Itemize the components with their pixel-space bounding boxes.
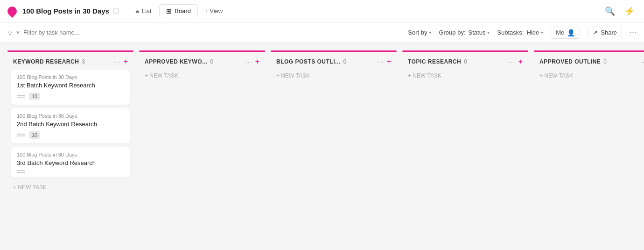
card-breadcrumb: 100 Blog Posts in 30 Days — [17, 74, 124, 80]
column-actions: ···+ — [640, 57, 644, 66]
column-count: 0 — [464, 58, 467, 65]
project-title: 100 Blog Posts in 30 Days — [22, 7, 109, 15]
card-title: 3rd Batch Keyword Research — [17, 159, 124, 166]
card-meta: 10 — [17, 131, 124, 139]
card-meta: 10 — [17, 93, 124, 100]
column-add-task-button[interactable]: + — [255, 57, 259, 66]
column-approved-keywords: APPROVED KEYWO...0···++ NEW TASK — [139, 50, 265, 84]
column-name: APPROVED KEYWO... — [145, 58, 208, 65]
search-button[interactable]: 🔍 — [603, 4, 617, 18]
info-icon[interactable]: ⓘ — [113, 7, 119, 15]
logo-icon — [6, 4, 19, 17]
card-lines-icon — [17, 170, 25, 173]
list-icon: ≡ — [135, 7, 139, 15]
subtasks-option[interactable]: Subtasks: Hide ▾ — [497, 29, 543, 36]
column-count: 0 — [343, 58, 347, 65]
group-by-option[interactable]: Group by: Status ▾ — [439, 29, 490, 36]
column-actions: ···+ — [509, 57, 523, 66]
card-title: 2nd Batch Keyword Research — [17, 121, 124, 128]
column-header-keyword-research: KEYWORD RESEARCH3···+ — [7, 53, 133, 70]
column-menu-button[interactable]: ··· — [640, 58, 644, 65]
add-view-button[interactable]: + View — [199, 5, 228, 17]
column-add-task-button[interactable]: + — [387, 57, 391, 66]
filter-caret: ▾ — [16, 29, 20, 36]
tab-list[interactable]: ≡ List — [128, 4, 158, 18]
new-task-button[interactable]: + NEW TASK — [271, 70, 397, 84]
more-options-button[interactable]: ··· — [630, 28, 637, 37]
column-header-approved-keywords: APPROVED KEYWO...0···+ — [139, 53, 265, 70]
new-task-button[interactable]: + NEW TASK — [402, 70, 528, 84]
column-color-bar — [271, 50, 397, 52]
column-color-bar — [7, 50, 133, 52]
task-card[interactable]: 100 Blog Posts in 30 Days3rd Batch Keywo… — [11, 147, 130, 178]
card-badge: 10 — [29, 93, 40, 100]
filter-input[interactable] — [23, 29, 102, 36]
column-count: 3 — [82, 58, 85, 65]
column-actions: ···+ — [245, 57, 259, 66]
task-card[interactable]: 100 Blog Posts in 30 Days1st Batch Keywo… — [11, 70, 130, 105]
card-lines-icon — [17, 134, 25, 136]
new-task-button[interactable]: + NEW TASK — [139, 70, 265, 84]
sort-by-caret: ▾ — [429, 30, 431, 35]
column-menu-button[interactable]: ··· — [114, 58, 121, 65]
top-bar: 100 Blog Posts in 30 Days ⓘ ≡ List ⊞ Boa… — [0, 0, 644, 22]
new-task-button[interactable]: + NEW TASK — [7, 181, 133, 195]
column-keyword-research: KEYWORD RESEARCH3···+100 Blog Posts in 3… — [7, 50, 133, 195]
task-card[interactable]: 100 Blog Posts in 30 Days2nd Batch Keywo… — [11, 108, 130, 143]
card-badge: 10 — [29, 131, 40, 139]
column-actions: ···+ — [377, 57, 391, 66]
column-name: KEYWORD RESEARCH — [13, 58, 79, 65]
filter-bar-right: Sort by ▾ Group by: Status ▾ Subtasks: H… — [408, 27, 637, 39]
share-icon: ↗ — [593, 29, 598, 36]
column-add-task-button[interactable]: + — [518, 57, 523, 66]
group-by-caret: ▾ — [487, 30, 490, 35]
column-blog-posts-outline: BLOG POSTS OUTLI...0···++ NEW TASK — [271, 50, 397, 84]
me-button[interactable]: Me 👤 — [551, 27, 580, 39]
tab-board[interactable]: ⊞ Board — [159, 4, 198, 18]
avatar-icon: 👤 — [567, 29, 575, 36]
column-actions: ···+ — [114, 57, 128, 66]
bolt-button[interactable]: ⚡ — [623, 4, 637, 18]
column-header-blog-posts-outline: BLOG POSTS OUTLI...0···+ — [271, 53, 397, 70]
card-meta — [17, 170, 124, 173]
card-lines-icon — [17, 95, 25, 98]
column-color-bar — [402, 50, 528, 52]
card-breadcrumb: 100 Blog Posts in 30 Days — [17, 152, 124, 157]
subtasks-caret: ▾ — [541, 30, 543, 35]
column-name: TOPIC RESEARCH — [408, 58, 461, 65]
column-menu-button[interactable]: ··· — [509, 58, 516, 65]
column-name: BLOG POSTS OUTLI... — [276, 58, 341, 65]
share-button[interactable]: ↗ Share — [588, 27, 622, 38]
new-task-button[interactable]: + NEW TASK — [534, 70, 644, 84]
board-icon: ⊞ — [166, 7, 172, 15]
card-title: 1st Batch Keyword Research — [17, 82, 124, 89]
column-menu-button[interactable]: ··· — [377, 58, 384, 65]
column-menu-button[interactable]: ··· — [245, 58, 252, 65]
card-breadcrumb: 100 Blog Posts in 30 Days — [17, 113, 124, 119]
filter-bar: ▽ ▾ Sort by ▾ Group by: Status ▾ Subtask… — [0, 22, 644, 43]
column-add-task-button[interactable]: + — [124, 57, 128, 66]
column-header-topic-research: TOPIC RESEARCH0···+ — [402, 53, 528, 70]
column-color-bar — [534, 50, 644, 52]
column-count: 0 — [210, 58, 214, 65]
column-count: 0 — [603, 58, 607, 65]
board: KEYWORD RESEARCH3···+100 Blog Posts in 3… — [0, 43, 644, 250]
column-header-approved-outline: APPROVED OUTLINE0···+ — [534, 53, 644, 70]
column-topic-research: TOPIC RESEARCH0···++ NEW TASK — [402, 50, 528, 84]
sort-by-option[interactable]: Sort by ▾ — [408, 29, 431, 36]
column-approved-outline: APPROVED OUTLINE0···++ NEW TASK — [534, 50, 644, 84]
view-tabs: ≡ List ⊞ Board + View — [128, 4, 228, 18]
top-bar-right: 🔍 ⚡ — [603, 4, 637, 18]
column-name: APPROVED OUTLINE — [539, 58, 601, 65]
column-color-bar — [139, 50, 265, 52]
filter-icon: ▽ — [7, 29, 13, 36]
